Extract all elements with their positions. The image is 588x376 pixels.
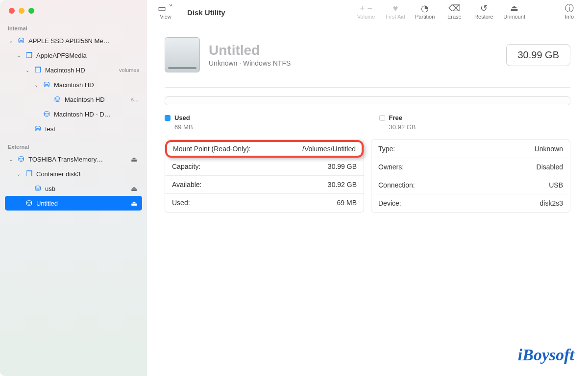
detail-row: Owners:Disabled [371,158,570,176]
detail-row: Type:Unknown [371,140,570,158]
sidebar-item-label: Macintosh HD [65,96,126,103]
sidebar-item-label: Untitled [36,200,128,207]
unmount-button[interactable]: ⏏ Unmount [503,3,525,20]
volume-button: + − Volume [356,3,376,20]
used-value: 69 MB [165,123,193,131]
content: Untitled Unknown · Windows NTFS 30.99 GB… [147,26,588,376]
main-pane: ▭ ˅ View Disk Utility + − Volume ♥︎ Firs… [147,0,588,376]
info-button[interactable]: ⓘ Info [560,3,579,20]
window-controls [5,6,142,23]
sidebar-item-label: test [45,125,139,133]
chevron-down-icon[interactable]: ⌄ [16,53,22,58]
detail-row: Used:69 MB [165,194,364,212]
sidebar-item-tag: s… [131,96,140,102]
container-icon: ❒ [24,51,33,60]
volume-subtitle: Unknown · Windows NTFS [209,59,497,67]
view-button[interactable]: ▭ ˅ View [156,3,175,20]
usage-bar [165,96,570,105]
detail-value: 30.99 GB [328,163,357,170]
sidebar-item[interactable]: ⛁Macintosh HDs… [5,92,142,107]
minimize-icon[interactable] [19,8,24,14]
details-right: Type:UnknownOwners:DisabledConnection:US… [371,140,570,212]
sidebar-item-tag: volumes [119,67,139,73]
detail-row: Available:30.92 GB [165,176,364,194]
sidebar-item-label: APPLE SSD AP0256N Me… [28,37,139,45]
details-left: Mount Point (Read-Only):/Volumes/Untitle… [165,140,364,212]
toolbar: ▭ ˅ View Disk Utility + − Volume ♥︎ Firs… [147,0,588,26]
chevron-down-icon[interactable]: ⌄ [8,38,14,44]
sidebar-item-label: usb [45,185,128,192]
section-external: External [5,141,142,152]
sidebar-item[interactable]: ⛁test [5,121,142,136]
pie-icon: ◔ [421,3,429,14]
eject-icon[interactable]: ⏏ [131,199,139,207]
drive-icon [165,37,200,72]
restore-button[interactable]: ↺ Restore [474,3,493,20]
disk-icon: ⛁ [33,124,42,133]
section-internal: Internal [5,23,142,33]
detail-value: Unknown [535,145,563,153]
detail-value: 30.92 GB [328,181,357,188]
detail-row: Mount Point (Read-Only):/Volumes/Untitle… [165,140,364,158]
brand-watermark: iBoysoft [518,346,574,364]
sidebar-item[interactable]: ⛁usb⏏ [5,181,142,196]
unmount-icon: ⏏ [510,3,518,14]
sidebar-item-label: AppleAPFSMedia [36,52,139,59]
sidebar-layout-icon: ▭ ˅ [158,3,173,14]
sidebar-item-label: Macintosh HD [45,67,114,74]
detail-key: Used: [172,199,190,207]
detail-value: 69 MB [337,199,357,207]
detail-value: USB [549,181,563,189]
chevron-down-icon[interactable]: ⌄ [33,82,39,88]
detail-key: Owners: [378,163,404,171]
sidebar-item[interactable]: ⛁Macintosh HD - D… [5,107,142,121]
disk-icon: ⛁ [42,110,51,118]
zoom-icon[interactable] [28,8,34,14]
container-icon: ❒ [24,169,33,178]
sidebar-item[interactable]: ⌄⛁TOSHIBA TransMemory…⏏ [5,152,142,166]
disk-icon: ⛁ [17,36,25,45]
sidebar-item-label: Container disk3 [36,170,139,178]
stethoscope-icon: ♥︎ [393,3,398,14]
chevron-down-icon[interactable]: ⌄ [24,68,30,73]
detail-row: Device:disk2s3 [371,194,570,212]
free-value: 30.92 GB [379,123,416,131]
partition-button[interactable]: ◔ Partition [415,3,435,20]
window: Internal ⌄⛁APPLE SSD AP0256N Me…⌄❒AppleA… [0,0,588,376]
sidebar-item[interactable]: ⌄❒Macintosh HDvolumes [5,63,142,77]
chevron-down-icon[interactable]: ⌄ [8,157,14,162]
free-label: Free [389,114,402,121]
chevron-down-icon[interactable]: ⌄ [16,171,22,177]
detail-value: /Volumes/Untitled [302,145,356,153]
close-icon[interactable] [9,8,15,14]
detail-key: Available: [172,181,201,188]
sidebar-item[interactable]: ⌄⛁Macintosh HD [5,77,142,92]
sidebar: Internal ⌄⛁APPLE SSD AP0256N Me…⌄❒AppleA… [0,0,147,376]
erase-icon: ⌫ [448,3,461,14]
sidebar-item[interactable]: ⌄⛁APPLE SSD AP0256N Me… [5,33,142,48]
detail-key: Connection: [378,181,415,189]
used-label: Used [174,114,190,121]
sidebar-item[interactable]: ⛁Untitled⏏ [5,196,142,211]
eject-icon[interactable]: ⏏ [131,185,139,192]
sidebar-item-label: TOSHIBA TransMemory… [28,156,128,163]
firstaid-button: ♥︎ First Aid [386,3,405,20]
sidebar-item[interactable]: ⌄❒Container disk3 [5,166,142,181]
info-icon: ⓘ [565,3,574,14]
disk-icon: ⛁ [24,199,33,208]
detail-key: Capacity: [172,163,200,170]
container-icon: ❒ [33,66,42,74]
disk-icon: ⛁ [17,155,25,164]
detail-value: disk2s3 [540,199,563,207]
app-title: Disk Utility [187,8,225,17]
detail-key: Mount Point (Read-Only): [173,145,251,153]
volume-name: Untitled [209,43,497,58]
disk-icon: ⛁ [53,95,62,104]
disk-icon: ⛁ [42,80,51,89]
eject-icon[interactable]: ⏏ [131,155,139,163]
sidebar-item-label: Macintosh HD - D… [54,111,139,118]
sidebar-item[interactable]: ⌄❒AppleAPFSMedia [5,48,142,63]
detail-row: Capacity:30.99 GB [165,158,364,176]
capacity-badge: 30.99 GB [506,44,570,66]
erase-button[interactable]: ⌫ Erase [444,3,464,20]
